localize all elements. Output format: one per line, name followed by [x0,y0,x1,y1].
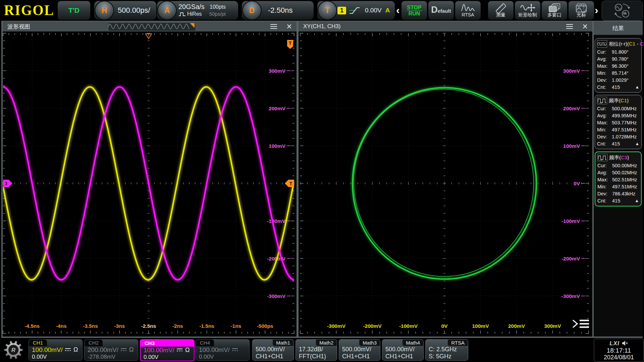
channel-tab-row: CH1 [29,340,82,346]
measurement-row: Avg:500.02MHz [597,169,639,176]
rtsa-label: RTSA [462,12,474,18]
speaker-muted-icon[interactable] [622,341,628,346]
dc-coupling-icon [232,347,238,353]
measurement-card-header: 频率(C1) [597,96,639,105]
delay-knob[interactable]: D [242,1,262,20]
math2-box[interactable]: Math217.32dB/FFT(CH1) [296,339,337,361]
menu-icon[interactable] [270,23,277,30]
channel-tab-row: CH3 [141,340,194,347]
trigger-level-value: 0.00V [365,7,382,14]
horizontal-knob[interactable]: H [95,1,114,20]
measurement-card-3[interactable]: 频率(C3)Cur:500.00MHzAvg:500.02MHzMax:502.… [595,152,642,206]
math4-box[interactable]: Math4500.00mV/CH1+CH1 [382,339,424,361]
math-tab-row: Math4 [382,340,423,346]
math3-box[interactable]: Math3500.00mV/CH1+CH1 [339,339,380,361]
channel-box-ch3[interactable]: CH3100.00mV/Ω0.00V [140,339,195,361]
math-tab-label: RTSA [448,340,468,346]
collapse-caret-icon[interactable]: ▲ [635,141,639,146]
close-icon[interactable]: × [286,22,292,31]
math-scale-value: 500.00mV/ [253,346,293,353]
close-icon[interactable]: × [582,22,588,31]
y-tick-label: 300mV [563,68,580,74]
channel-scale-row: 100.00mV/Ω [29,346,82,353]
axis-labels: -4.5ns-4ns-3.5ns-3ns-2.5ns-2ns-1.5ns-1ns… [24,68,290,329]
trigger-knob[interactable]: T [318,1,337,20]
view-switch-button[interactable] [602,1,643,21]
x-tick-label: 200mV [508,323,525,329]
stat-value: 502.51MHz [612,177,637,182]
trigger-source-badge: 1 [337,7,346,14]
channel-offset-value: 0.00V [199,354,214,360]
y-tick-label: 200mV [269,106,286,111]
rtsa-box[interactable]: RTSAC: 2.5GHzS: 5GHz [425,339,468,361]
delay-control[interactable]: D -2.50ns [242,1,314,20]
trigger-control[interactable]: T 1 0.00V A [317,1,395,20]
measurement-card-header: 相位(r-r)(C1 - C3) [597,40,639,48]
collapse-caret-icon[interactable]: ▲ [635,198,639,203]
xy-view-panel: XY(CH1, CH3) × -300mV-200mV-100mV0V100mV… [299,21,592,337]
acquisition-knob[interactable]: A [157,1,177,20]
cursor-button[interactable]: AB光标 [569,1,594,20]
ch3-offset-marker[interactable]: 3 [3,180,12,187]
brand-logo: RIGOL [4,2,54,18]
y-tick-label: -300mV [561,293,580,299]
measurement-row: Max:96.300° [597,62,639,69]
math-source-value: CH1+CH1 [253,353,293,360]
measurement-row: Min:85.714° [597,69,639,76]
math-source-value: FFT(CH1) [296,353,337,360]
multi-window-label: 多窗口 [547,12,561,18]
math-tab-label: Math2 [316,340,337,346]
results-expand-icon[interactable] [573,320,589,327]
horizontal-control[interactable]: H 500.00ps/ [94,1,156,20]
channel-offset-value: 0.00V [32,354,47,360]
channel-box-ch1[interactable]: CH1100.00mV/Ω0.00V [29,339,83,361]
svg-text:R: R [11,347,16,353]
trigger-status-button[interactable]: T'D [58,1,90,20]
measurement-row: Cur:500.00MHz [597,105,639,112]
channel-tab-label: CH2 [85,340,103,346]
trigger-level-marker[interactable]: T [285,180,294,187]
rtsa-button[interactable]: RTSA [455,1,481,20]
trigger-status-label: T'D [68,6,79,14]
measurement-row: Min:497.51MHz [597,126,639,133]
delay-value: -2.50ns [268,6,292,15]
collapse-caret-icon[interactable]: ▲ [635,84,639,89]
channel-box-ch4[interactable]: CH4100.00mV/0.00V [196,339,250,361]
menu-icon[interactable] [566,23,573,30]
y-tick-label: -100mV [561,218,580,224]
default-button[interactable]: Default [428,1,454,20]
system-status-box[interactable]: LXI 18:17:11 2024/08/01 [594,339,644,362]
xy-panel-header: XY(CH1, CH3) × [299,21,592,32]
channel-box-ch2[interactable]: CH2200.00mV/Ω-278.08mV [84,339,138,361]
collapse-arrow[interactable]: ‹ [396,3,400,17]
stat-label: Min: [597,70,612,76]
rect-draw-button[interactable]: 矩形绘制 [515,1,540,20]
expand-arrow[interactable]: › [595,3,598,17]
math-scale-value: 17.32dB/ [296,346,337,353]
measurement-card-1[interactable]: 相位(r-r)(C1 - C3)Cur:91.800°Avg:90.780°Ma… [595,38,642,93]
stop-run-button[interactable]: STOPRUN [401,1,427,20]
math1-box[interactable]: Math1500.00mV/CH1+CH1 [252,339,294,361]
horizontal-knob-label: H [102,6,107,15]
waveform-preview-strip[interactable] [108,22,196,31]
measure-button[interactable]: 测量 [488,1,514,20]
xy-plot[interactable]: -300mV-200mV-100mV0V100mV200mV300mV300mV… [299,32,592,337]
waveform-plot[interactable]: -4.5ns-4ns-3.5ns-3ns-2.5ns-2ns-1.5ns-1ns… [3,32,297,337]
acquisition-control[interactable]: A 20GSa/s HiRes 100pts [157,1,238,20]
rect-draw-label: 矩形绘制 [518,12,537,18]
measurement-card-2[interactable]: 频率(C1)Cur:500.00MHzAvg:499.95MHzMax:503.… [595,95,642,149]
stat-label: Max: [597,120,612,125]
math-tab-label: Math1 [273,340,293,346]
acquire-mode-label: HiRes [187,10,202,17]
multi-window-button[interactable]: 多窗口 [542,1,567,20]
y-tick-label: 100mV [269,143,286,149]
channel-scale-row: 100.00mV/Ω [141,347,194,354]
stat-label: Min: [597,127,612,132]
measurement-name: 频率(C3) [609,155,629,161]
channel-offset-row: -278.08mV [85,353,138,360]
waveform-panel-header: 波形视图 × [3,21,297,32]
y-tick-label: -300mV [267,293,286,299]
trigger-level-flag[interactable]: T [287,40,293,49]
rigol-gear-logo[interactable]: R [3,340,23,361]
preview-trigger-marker[interactable] [190,23,195,28]
